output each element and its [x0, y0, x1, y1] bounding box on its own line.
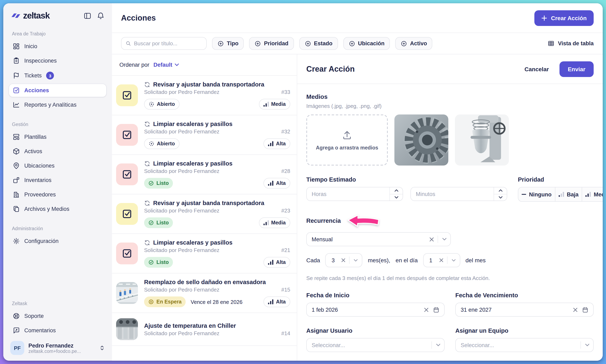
start-date-value: 1 feb 2026 [312, 307, 420, 313]
due-date-field: Fecha de Vencimiento 31 ene 2027 [455, 292, 594, 317]
hours-increment-button[interactable] [390, 187, 403, 194]
sidebar-item-inventarios[interactable]: Inventarios [9, 173, 107, 187]
sidebar-item-comentarios[interactable]: Comentarios [9, 324, 107, 337]
plus-circle-icon [400, 40, 407, 47]
sort-dropdown[interactable]: Default [154, 62, 179, 68]
priority-badge: Media [259, 217, 290, 228]
assign-team-select[interactable]: Seleccionar... [455, 338, 594, 352]
on-day-label: en el día [396, 257, 418, 263]
none-priority-icon [522, 194, 526, 195]
filter-prioridad[interactable]: Prioridad [249, 37, 294, 50]
sidebar-item-label: Inspecciones [24, 58, 57, 64]
task-row-33[interactable]: Revisar y ajustar banda transportadora S… [112, 76, 297, 115]
create-action-button[interactable]: Crear Acción [535, 10, 594, 26]
media-image-mixer[interactable] [455, 115, 509, 166]
cancel-button[interactable]: Cancelar [525, 66, 549, 72]
hours-decrement-button[interactable] [390, 194, 403, 201]
day-select[interactable]: 1 [423, 253, 460, 267]
app-window: zeltask Area de Trabajo Inicio Inspeccio… [3, 3, 603, 361]
filter-ubicacion[interactable]: Ubicación [343, 37, 390, 50]
avatar: PF [10, 341, 24, 355]
template-icon [13, 133, 20, 140]
sidebar-item-label: Soporte [24, 313, 44, 319]
sidebar-item-plantillas[interactable]: Plantillas [9, 130, 107, 144]
task-row-28[interactable]: Limpiar escaleras y pasillos Solicitado … [112, 155, 297, 194]
search-input[interactable] [134, 40, 202, 47]
sidebar-item-acciones[interactable]: Acciones [9, 84, 107, 97]
search-input-wrapper [121, 37, 207, 50]
calendar-icon[interactable] [432, 307, 444, 313]
chevron-down-icon[interactable] [350, 259, 362, 262]
unit-label: mes(es), [368, 257, 390, 263]
sidebar-item-label: Comentarios [24, 327, 56, 334]
clear-interval-icon[interactable] [338, 258, 349, 262]
calendar-icon[interactable] [581, 307, 593, 313]
sidebar-item-inspecciones[interactable]: Inspecciones [9, 54, 107, 67]
upload-icon [342, 130, 352, 140]
sidebar-item-label: Configuración [24, 238, 59, 244]
recurring-icon [144, 239, 150, 246]
life-buoy-icon [13, 312, 20, 320]
task-title: Ajuste de temperatura en Chiller [144, 322, 236, 329]
media-dropzone[interactable]: Agrega o arrastra medios [306, 115, 388, 166]
user-menu[interactable]: PF Pedro Fernandez zeltask.com+foodco.pe… [9, 338, 107, 356]
chevron-down-icon[interactable] [447, 259, 460, 262]
sidebar-item-activos[interactable]: Activos [9, 144, 107, 158]
sidebar-item-soporte[interactable]: Soporte [9, 309, 107, 323]
task-requester: Solicitado por Pedro Fernandez [144, 168, 219, 174]
recurring-icon [144, 200, 150, 206]
sidebar-item-configuracion[interactable]: Configuración [9, 234, 107, 248]
sidebar-item-inicio[interactable]: Inicio [9, 39, 107, 53]
clear-start-date-icon[interactable] [420, 307, 432, 312]
notifications-bell-icon[interactable] [97, 12, 104, 20]
recurrence-select[interactable]: Mensual [306, 232, 451, 246]
filter-activo[interactable]: Activo [395, 37, 432, 50]
priority-option-ninguno[interactable]: Ninguno [518, 187, 555, 201]
clear-day-icon[interactable] [435, 258, 447, 262]
done-status-icon [148, 220, 154, 226]
interval-select[interactable]: 3 [325, 253, 362, 267]
task-row-32[interactable]: Limpiar escaleras y pasillos Solicitado … [112, 115, 297, 155]
brand-logo[interactable]: zeltask [11, 11, 50, 21]
sidebar-item-ubicaciones[interactable]: Ubicaciones [9, 159, 107, 172]
hours-stepper [306, 187, 403, 201]
sidebar-item-label: Plantillas [24, 134, 47, 140]
clear-due-date-icon[interactable] [569, 307, 581, 312]
priority-option-media[interactable]: Media [582, 187, 603, 201]
task-number: #23 [281, 208, 290, 214]
sidebar-item-reportes[interactable]: Reportes y Analíticas [9, 98, 107, 112]
sidebar-item-label: Ubicaciones [24, 163, 54, 169]
media-image-gear[interactable] [394, 115, 448, 166]
sidebar: zeltask Area de Trabajo Inicio Inspeccio… [3, 3, 112, 361]
hours-input[interactable] [307, 187, 389, 201]
assign-team-label: Asignar un Equipo [455, 327, 594, 334]
due-date-input[interactable]: 31 ene 2027 [455, 303, 594, 317]
task-row-23[interactable]: Revisar y ajustar banda transportadora S… [112, 194, 297, 234]
task-row-15[interactable]: Reemplazo de sello dañado en envasadora … [112, 273, 297, 313]
sidebar-item-archivos[interactable]: Archivos y Medios [9, 202, 107, 216]
clear-recurrence-icon[interactable] [426, 237, 438, 242]
sidebar-item-tickets[interactable]: Tickets 3 [9, 68, 107, 83]
chevron-down-icon[interactable] [581, 343, 593, 347]
chevron-down-icon[interactable] [432, 343, 444, 347]
table-view-toggle[interactable]: Vista de tabla [548, 40, 594, 47]
minutes-input[interactable] [411, 187, 494, 201]
minutes-increment-button[interactable] [494, 187, 507, 194]
recurrence-label: Recurrencia [306, 217, 341, 224]
task-row-21[interactable]: Limpiar escaleras y pasillos Solicitado … [112, 234, 297, 273]
priority-option-baja[interactable]: Baja [555, 187, 582, 201]
collapse-sidebar-icon[interactable] [84, 12, 91, 20]
status-badge: Abierto [144, 99, 180, 110]
tickets-count-badge: 3 [46, 72, 54, 79]
form-body: Medios Imágenes (.jpg, .jpeg, .png, .gif… [297, 84, 603, 361]
submit-button[interactable]: Enviar [559, 61, 594, 77]
assign-user-select[interactable]: Seleccionar... [306, 338, 445, 352]
filter-estado[interactable]: Estado [299, 37, 338, 50]
start-date-input[interactable]: 1 feb 2026 [306, 303, 445, 317]
minutes-decrement-button[interactable] [494, 194, 507, 201]
chevron-down-icon[interactable] [438, 238, 450, 241]
filter-tipo[interactable]: Tipo [212, 37, 244, 50]
assign-user-label: Asignar Usuario [306, 327, 445, 334]
sidebar-item-proveedores[interactable]: Proveedores [9, 188, 107, 201]
task-row-14[interactable]: Ajuste de temperatura en Chiller Solicit… [112, 313, 297, 346]
